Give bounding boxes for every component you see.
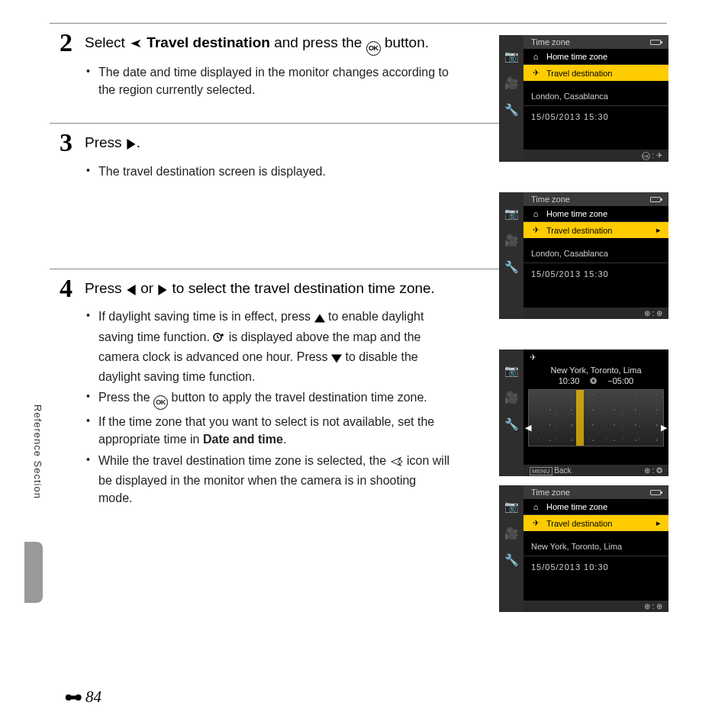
battery-icon xyxy=(650,40,661,45)
airplane-icon xyxy=(129,35,143,55)
camera-icon: 📷 xyxy=(504,208,519,219)
chevron-right-icon: ▸ xyxy=(656,518,661,528)
travel-destination-row: ✈ Travel destination ▸ xyxy=(523,515,668,531)
travel-destination-row: ✈ Travel destination ▸ xyxy=(523,222,668,238)
lcd-location: London, Casablanca xyxy=(523,238,668,263)
lcd-sidebar: 📷 🎥 🔧 xyxy=(499,192,523,319)
battery-icon xyxy=(650,197,661,202)
step4-bullet1: If daylight saving time is in effect, pr… xyxy=(98,308,451,385)
home-icon: ⌂ xyxy=(531,209,540,218)
home-icon: ⌂ xyxy=(531,502,540,511)
nav-left-icon: ◀ xyxy=(525,422,531,432)
lcd-map-times: 10:30 ❂ −05:00 xyxy=(523,375,668,389)
airplane-icon: ✈ xyxy=(531,225,540,235)
travel-mode-icon xyxy=(390,454,404,472)
lcd-screenshot-map: 📷 🎥 🔧 ✈ New York, Toronto, Lima 10:30 ❂ … xyxy=(499,350,668,476)
lcd-datetime: 15/05/2013 15:30 xyxy=(523,106,668,127)
lcd-sidebar: 📷 🎥 🔧 xyxy=(499,35,523,162)
lcd-sidebar: 📷 🎥 🔧 xyxy=(499,350,523,476)
triangle-right-icon xyxy=(126,135,137,155)
video-icon: 🎥 xyxy=(504,527,519,539)
video-icon: 🎥 xyxy=(504,77,519,89)
step4-heading: Press or to select the travel destinatio… xyxy=(85,279,443,301)
lcd-datetime: 15/05/2013 15:30 xyxy=(523,263,668,285)
airplane-icon: ✈ xyxy=(531,68,540,78)
ok-icon: OK xyxy=(153,395,168,410)
lcd-sidebar: 📷 🎥 🔧 xyxy=(499,485,523,612)
lcd-title: Time zone xyxy=(523,192,668,206)
side-tab xyxy=(24,542,43,603)
lcd-screenshot-step3: 📷 🎥 🔧 Time zone ⌂ Home time zone ✈ Trave… xyxy=(499,192,668,319)
lcd-title: Time zone xyxy=(523,35,668,49)
home-icon: ⌂ xyxy=(531,52,540,61)
video-icon: 🎥 xyxy=(504,391,519,403)
wrench-icon: 🔧 xyxy=(504,554,519,565)
step3-bullet: The travel destination screen is display… xyxy=(98,163,451,180)
lcd-screenshot-step4b: 📷 🎥 🔧 Time zone ⌂ Home time zone ✈ Trave… xyxy=(499,485,668,612)
lcd-footer: OK : ✈ xyxy=(523,150,668,163)
video-icon: 🎥 xyxy=(504,234,519,246)
airplane-icon: ✈ xyxy=(530,353,536,362)
step-number-3: 3 xyxy=(50,130,72,156)
step-number-2: 2 xyxy=(50,30,72,56)
home-timezone-row: ⌂ Home time zone xyxy=(523,499,668,515)
triangle-up-icon xyxy=(314,310,325,327)
step4-bullet3: If the time zone that you want to select… xyxy=(98,413,451,448)
wrench-icon: 🔧 xyxy=(504,261,519,272)
airplane-icon: ✈ xyxy=(531,518,540,528)
side-section-label: Reference Section xyxy=(32,404,43,499)
wrench-icon: 🔧 xyxy=(504,418,519,430)
lcd-location: London, Casablanca xyxy=(523,81,668,106)
home-timezone-row: ⌂ Home time zone xyxy=(523,49,668,65)
triangle-right-icon xyxy=(157,281,168,301)
triangle-left-icon xyxy=(126,281,137,301)
step2-bullet: The date and time displayed in the monit… xyxy=(98,63,451,98)
svg-rect-3 xyxy=(69,695,79,699)
lcd-datetime: 15/05/2013 10:30 xyxy=(523,556,668,578)
page-number: 84 xyxy=(65,688,101,707)
lcd-location: New York, Toronto, Lima xyxy=(523,531,668,556)
ok-icon: OK xyxy=(366,41,381,56)
nav-right-icon: ▶ xyxy=(661,422,667,432)
lcd-footer: MENU Back ⊕ : ❂ xyxy=(523,465,668,476)
timezone-strip xyxy=(576,390,584,446)
camera-icon: 📷 xyxy=(504,50,519,62)
dst-icon: ❂ xyxy=(590,376,597,386)
step2-heading: Select Travel destination and press the … xyxy=(85,33,443,56)
camera-icon: 📷 xyxy=(504,501,519,512)
travel-destination-row: ✈ Travel destination xyxy=(523,65,668,81)
reference-section-icon xyxy=(65,692,83,703)
battery-icon xyxy=(650,490,661,495)
lcd-footer: ⊕ : ⊕ xyxy=(523,308,668,319)
home-timezone-row: ⌂ Home time zone xyxy=(523,206,668,222)
dst-icon xyxy=(213,330,225,348)
step-number-4: 4 xyxy=(50,275,72,301)
lcd-map-header: ✈ xyxy=(523,350,668,366)
step4-bullet2: Press the OK button to apply the travel … xyxy=(98,388,451,410)
world-map xyxy=(528,389,664,446)
wrench-icon: 🔧 xyxy=(504,104,519,115)
lcd-screenshot-step2: 📷 🎥 🔧 Time zone ⌂ Home time zone ✈ Trave… xyxy=(499,35,668,162)
triangle-down-icon xyxy=(331,350,342,368)
chevron-right-icon: ▸ xyxy=(656,225,661,235)
lcd-footer: ⊕ : ⊕ xyxy=(523,601,668,612)
lcd-title: Time zone xyxy=(523,485,668,499)
lcd-map-location: New York, Toronto, Lima xyxy=(523,366,668,375)
step4-bullet4: While the travel destination time zone i… xyxy=(98,452,451,507)
camera-icon: 📷 xyxy=(504,365,519,376)
step3-heading: Press . xyxy=(85,133,443,155)
ok-icon: OK xyxy=(642,152,650,160)
